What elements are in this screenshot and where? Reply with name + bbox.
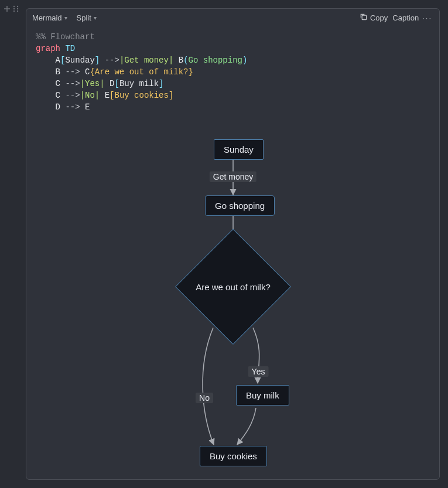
node-e[interactable]: Buy cookies [200, 446, 267, 466]
node-b-label: Go shopping [215, 201, 265, 211]
code-keyword: graph [36, 44, 60, 53]
svg-point-5 [17, 11, 18, 12]
svg-point-0 [13, 6, 15, 7]
block-toolbar: Mermaid ▾ Split ▾ Copy Caption ··· [26, 9, 439, 26]
svg-point-4 [13, 11, 15, 12]
code-direction: TD [65, 44, 75, 53]
edge-label-no: No [196, 393, 213, 403]
more-button[interactable]: ··· [421, 13, 433, 22]
svg-rect-6 [362, 15, 366, 19]
svg-point-1 [17, 6, 18, 7]
edge-label-yes: Yes [248, 366, 269, 377]
svg-point-2 [13, 8, 15, 9]
node-d[interactable]: Buy milk [236, 385, 289, 405]
mermaid-block: Mermaid ▾ Split ▾ Copy Caption ··· %% Fl… [26, 8, 440, 480]
language-dropdown[interactable]: Mermaid ▾ [32, 13, 67, 22]
node-c[interactable]: Are we out of milk? [192, 246, 274, 328]
view-label: Split [77, 13, 91, 22]
add-block-icon[interactable] [4, 4, 11, 15]
node-d-label: Buy milk [246, 390, 279, 400]
drag-handle-icon[interactable] [13, 4, 19, 15]
language-label: Mermaid [32, 13, 62, 22]
node-b[interactable]: Go shopping [205, 195, 275, 216]
copy-button[interactable]: Copy [357, 12, 390, 23]
code-comment: %% Flowchart [36, 32, 95, 42]
node-a[interactable]: Sunday [214, 139, 264, 160]
caption-button[interactable]: Caption [390, 12, 421, 23]
node-a-label: Sunday [224, 145, 254, 154]
svg-point-3 [17, 8, 18, 9]
copy-label: Copy [370, 13, 388, 22]
diagram-preview[interactable]: Sunday Get money Go shopping Are we out … [26, 120, 439, 477]
code-editor[interactable]: %% Flowchart graph TD A[Sunday] -->|Get … [26, 26, 439, 120]
copy-icon [360, 13, 367, 22]
chevron-down-icon: ▾ [94, 15, 97, 21]
chevron-down-icon: ▾ [64, 15, 67, 21]
edge-label-getmoney: Get money [210, 171, 257, 182]
node-c-label: Are we out of milk? [196, 282, 271, 292]
view-dropdown[interactable]: Split ▾ [77, 13, 97, 22]
node-e-label: Buy cookies [210, 451, 257, 461]
caption-label: Caption [392, 13, 419, 22]
